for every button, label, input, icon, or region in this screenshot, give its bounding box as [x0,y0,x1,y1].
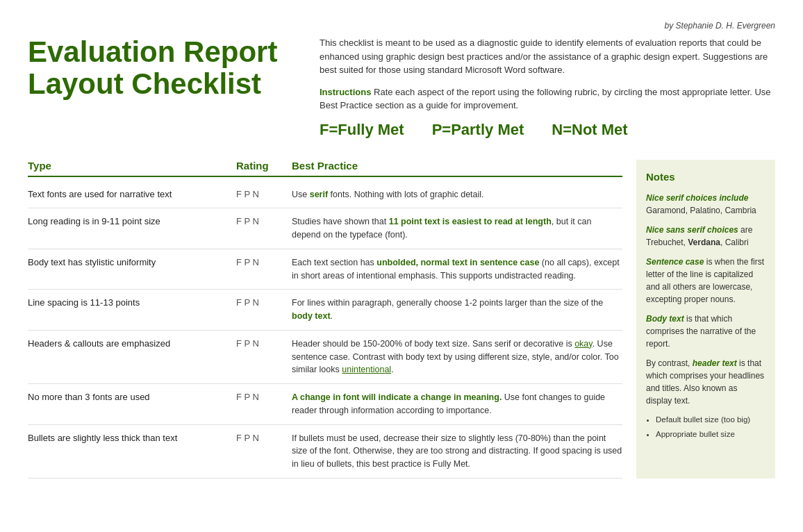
instructions-text: Rate each aspect of the report using the… [320,87,771,111]
notes-header-intro: By contrast, [646,358,693,368]
notes-panel: Notes Nice serif choices include Garamon… [636,160,775,479]
table-row: Long reading is in 9-11 point size F P N… [28,208,622,249]
row-rating-6: F P N [236,391,292,402]
row-bp-3: Each text section has unbolded, normal t… [292,256,622,283]
notes-sentence-label: Sentence case [646,257,704,267]
row-bp-6: A change in font will indicate a change … [292,391,622,417]
rating-not-met: N=Not Met [552,121,627,139]
row-bp-1: Use serif fonts. Nothing with lots of gr… [292,188,622,201]
notes-serif: Nice serif choices include Garamond, Pal… [646,192,765,217]
row-bp-2: Studies have shown that 11 point text is… [292,215,622,242]
rating-partly-met: P=Partly Met [432,121,524,139]
notes-body-label: Body text [646,314,684,324]
row-bp-5: Header should be 150-200% of body text s… [292,338,622,376]
checklist-section: Type Rating Best Practice Text fonts are… [28,160,622,479]
notes-bullet-1: Default bullet size (too big) [656,414,765,426]
intro-paragraph1: This checklist is meant to be used as a … [320,36,775,77]
table-header: Type Rating Best Practice [28,160,622,177]
row-rating-4: F P N [236,297,292,308]
main-table-area: Type Rating Best Practice Text fonts are… [28,160,775,479]
table-row: Line spacing is 11-13 points F P N For l… [28,290,622,331]
row-type-3: Body text has stylistic uniformity [28,256,236,269]
row-type-6: No more than 3 fonts are used [28,391,236,404]
top-section: Evaluation Report Layout Checklist This … [28,36,775,139]
page-title: Evaluation Report Layout Checklist [28,36,292,100]
row-type-2: Long reading is in 9-11 point size [28,215,236,228]
row-rating-1: F P N [236,188,292,199]
row-rating-7: F P N [236,432,292,443]
notes-header-label: header text [693,358,737,368]
row-type-1: Text fonts are used for narrative text [28,188,236,201]
table-row: Bullets are slightly less thick than tex… [28,425,622,479]
intro-instructions: Instructions Rate each aspect of the rep… [320,85,775,113]
title-block: Evaluation Report Layout Checklist [28,36,292,139]
notes-sentence-case: Sentence case is when the first letter o… [646,256,765,306]
notes-serif-text: Garamond, Palatino, Cambria [646,206,756,215]
row-bp-4: For lines within paragraph, generally ch… [292,297,622,323]
notes-bullet-list: Default bullet size (too big) Appropriat… [656,414,765,441]
row-bp-7: If bullets must be used, decrease their … [292,432,622,471]
row-rating-3: F P N [236,256,292,267]
notes-serif-label: Nice serif choices include [646,193,748,203]
intro-block: This checklist is meant to be used as a … [320,36,775,139]
notes-title: Notes [646,169,765,185]
byline: by Stephanie D. H. Evergreen [28,21,775,31]
header-type: Type [28,160,236,172]
rating-line: F=Fully Met P=Partly Met N=Not Met [320,121,775,139]
notes-body-text: Body text is that which comprises the na… [646,313,765,350]
notes-header-text: By contrast, header text is that which c… [646,357,765,407]
instructions-label: Instructions [320,87,371,97]
rating-fully-met: F=Fully Met [320,121,404,139]
table-row: Headers & callouts are emphasized F P N … [28,331,622,384]
table-row: Text fonts are used for narrative text F… [28,181,622,209]
row-type-7: Bullets are slightly less thick than tex… [28,432,236,444]
row-rating-5: F P N [236,338,292,349]
notes-sans-label: Nice sans serif choices [646,225,738,235]
notes-sans-serif: Nice sans serif choices are Trebuchet, V… [646,224,765,249]
notes-bullet-2: Appropriate bullet size [656,429,765,440]
table-row: Body text has stylistic uniformity F P N… [28,249,622,290]
row-rating-2: F P N [236,215,292,226]
header-best-practice: Best Practice [292,160,622,172]
row-type-4: Line spacing is 11-13 points [28,297,236,309]
row-type-5: Headers & callouts are emphasized [28,338,236,350]
header-rating: Rating [236,160,292,172]
table-row: No more than 3 fonts are used F P N A ch… [28,384,622,425]
